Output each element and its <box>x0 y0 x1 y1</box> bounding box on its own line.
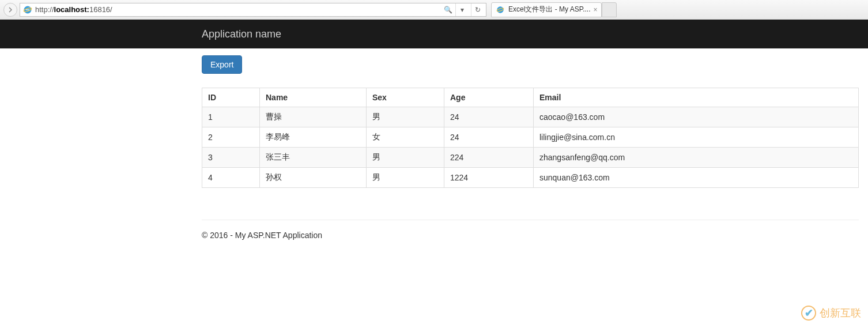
cell-email: caocao@163.com <box>534 107 859 127</box>
cell-id: 3 <box>202 148 260 168</box>
ie-icon <box>22 5 33 15</box>
browser-tab-active[interactable]: Excel文件导出 - My ASP.... × <box>491 2 602 17</box>
cell-sex: 女 <box>367 127 444 148</box>
cell-name: 曹操 <box>260 107 367 127</box>
header-id: ID <box>202 88 260 107</box>
cell-id: 4 <box>202 168 260 188</box>
table-row: 1曹操男24caocao@163.com <box>202 107 859 127</box>
address-bar[interactable]: http://localhost:16816/ 🔍 ▾ ↻ <box>20 3 486 17</box>
refresh-button[interactable]: ↻ <box>471 3 484 16</box>
table-row: 4孙权男1224sunquan@163.com <box>202 168 859 188</box>
search-icon[interactable]: 🔍 <box>444 6 452 14</box>
new-tab-button[interactable] <box>602 2 617 17</box>
cell-age: 24 <box>444 127 534 148</box>
header-sex: Sex <box>367 88 444 107</box>
addressbar-dropdown[interactable]: ▾ <box>455 3 468 16</box>
cell-id: 2 <box>202 127 260 148</box>
table-header-row: ID Name Sex Age Email <box>202 88 859 107</box>
close-tab-icon[interactable]: × <box>593 6 597 14</box>
header-email: Email <box>534 88 859 107</box>
divider <box>202 220 859 220</box>
addressbar-tools: 🔍 ▾ ↻ <box>444 3 484 16</box>
data-table: ID Name Sex Age Email 1曹操男24caocao@163.c… <box>202 88 859 188</box>
cell-age: 24 <box>444 107 534 127</box>
cell-sex: 男 <box>367 107 444 127</box>
cell-age: 1224 <box>444 168 534 188</box>
cell-sex: 男 <box>367 168 444 188</box>
url-path: / <box>110 5 112 14</box>
table-row: 2李易峰女24lilingjie@sina.com.cn <box>202 127 859 148</box>
export-button[interactable]: Export <box>202 55 242 74</box>
arrow-right-icon <box>7 6 14 13</box>
tab-strip: Excel文件导出 - My ASP.... × <box>491 2 617 17</box>
ie-icon <box>495 5 505 15</box>
header-name: Name <box>260 88 367 107</box>
nav-back-button[interactable] <box>3 3 17 17</box>
url-text: http://localhost:16816/ <box>35 5 441 14</box>
cell-name: 李易峰 <box>260 127 367 148</box>
cell-email: zhangsanfeng@qq.com <box>534 148 859 168</box>
brand-link[interactable]: Application name <box>202 28 281 40</box>
main-container: Export ID Name Sex Age Email 1曹操男24caoca… <box>202 48 859 240</box>
cell-sex: 男 <box>367 148 444 168</box>
cell-id: 1 <box>202 107 260 127</box>
url-port: 16816 <box>89 5 110 14</box>
url-host: localhost: <box>54 5 89 14</box>
tab-title: Excel文件导出 - My ASP.... <box>508 5 590 14</box>
cell-email: sunquan@163.com <box>534 168 859 188</box>
app-navbar: Application name <box>0 20 868 48</box>
header-age: Age <box>444 88 534 107</box>
url-prefix: http:// <box>35 5 54 14</box>
cell-name: 孙权 <box>260 168 367 188</box>
cell-name: 张三丰 <box>260 148 367 168</box>
footer-text: © 2016 - My ASP.NET Application <box>202 231 859 240</box>
table-row: 3张三丰男224zhangsanfeng@qq.com <box>202 148 859 168</box>
cell-email: lilingjie@sina.com.cn <box>534 127 859 148</box>
cell-age: 224 <box>444 148 534 168</box>
browser-chrome: http://localhost:16816/ 🔍 ▾ ↻ Excel文件导出 … <box>0 0 868 20</box>
